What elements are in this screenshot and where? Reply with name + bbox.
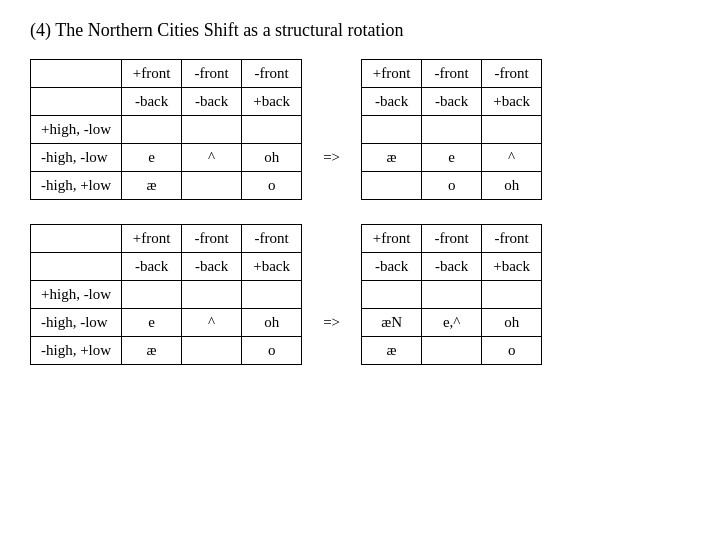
table-cell: ^ xyxy=(182,309,242,337)
table-cell: -high, +low xyxy=(31,172,122,200)
table-cell: o xyxy=(242,172,302,200)
table-cell: oh xyxy=(242,144,302,172)
table-cell xyxy=(422,116,482,144)
table-row: -high, +low æ o o oh xyxy=(31,172,542,200)
spacer-cell xyxy=(302,337,362,365)
table-cell: -high, -low xyxy=(31,309,122,337)
spacer-cell xyxy=(302,88,362,116)
table-cell xyxy=(242,116,302,144)
table-cell: e xyxy=(422,144,482,172)
table-cell: o xyxy=(422,172,482,200)
table-cell xyxy=(122,281,182,309)
table-cell: -front xyxy=(482,225,542,253)
table-cell: ^ xyxy=(182,144,242,172)
table-row: -back -back +back -back -back +back xyxy=(31,253,542,281)
table-cell: -back xyxy=(122,88,182,116)
table-cell: -front xyxy=(242,225,302,253)
table-cell: +back xyxy=(242,253,302,281)
table-row: -high, -low e ^ oh => æN e,^ oh xyxy=(31,309,542,337)
spacer-cell xyxy=(302,281,362,309)
arrow-cell: => xyxy=(302,309,362,337)
table-cell: e xyxy=(122,309,182,337)
table-cell: e,^ xyxy=(422,309,482,337)
table-cell: -back xyxy=(182,253,242,281)
table-cell xyxy=(31,88,122,116)
table-cell: oh xyxy=(482,309,542,337)
table-cell: æ xyxy=(122,172,182,200)
table-row: +front -front -front +front -front -fron… xyxy=(31,60,542,88)
table-cell xyxy=(31,60,122,88)
table-row: +front -front -front +front -front -fron… xyxy=(31,225,542,253)
table-row: -back -back +back -back -back +back xyxy=(31,88,542,116)
table-cell: -front xyxy=(182,225,242,253)
table-cell: oh xyxy=(482,172,542,200)
table2: +front -front -front +front -front -fron… xyxy=(30,224,542,365)
table-cell: o xyxy=(242,337,302,365)
table-cell xyxy=(362,116,422,144)
table-cell xyxy=(242,281,302,309)
table-cell: e xyxy=(122,144,182,172)
table-cell: ^ xyxy=(482,144,542,172)
table-cell: æN xyxy=(362,309,422,337)
table-cell: -front xyxy=(422,225,482,253)
table-cell: æ xyxy=(362,144,422,172)
table-cell xyxy=(362,172,422,200)
table-cell: -front xyxy=(482,60,542,88)
table-cell xyxy=(122,116,182,144)
table-cell xyxy=(482,116,542,144)
table-cell: oh xyxy=(242,309,302,337)
table-cell xyxy=(31,253,122,281)
spacer-cell xyxy=(302,253,362,281)
table-cell: o xyxy=(482,337,542,365)
table-cell: +front xyxy=(362,60,422,88)
table-cell xyxy=(182,116,242,144)
table-cell: +high, -low xyxy=(31,116,122,144)
spacer-cell xyxy=(302,172,362,200)
table-cell: +back xyxy=(482,253,542,281)
table-cell: -back xyxy=(422,253,482,281)
spacer-cell xyxy=(302,225,362,253)
table-cell: +back xyxy=(482,88,542,116)
table-cell xyxy=(482,281,542,309)
table-cell: -back xyxy=(422,88,482,116)
table-cell: -back xyxy=(182,88,242,116)
table-cell: -back xyxy=(362,88,422,116)
table-cell: +front xyxy=(122,60,182,88)
table-cell: -front xyxy=(242,60,302,88)
table-cell: -high, -low xyxy=(31,144,122,172)
table-cell: -front xyxy=(182,60,242,88)
table-cell xyxy=(182,281,242,309)
table-cell xyxy=(31,225,122,253)
table-cell: -back xyxy=(122,253,182,281)
spacer-cell xyxy=(302,60,362,88)
page-title: (4) The Northern Cities Shift as a struc… xyxy=(30,20,690,41)
table-row: +high, -low xyxy=(31,281,542,309)
table-cell xyxy=(362,281,422,309)
table-cell xyxy=(422,337,482,365)
table-row: +high, -low xyxy=(31,116,542,144)
table-cell: +front xyxy=(362,225,422,253)
table-cell: +back xyxy=(242,88,302,116)
table-cell: -high, +low xyxy=(31,337,122,365)
table-cell: æ xyxy=(122,337,182,365)
table-cell: -front xyxy=(422,60,482,88)
table2-wrapper: +front -front -front +front -front -fron… xyxy=(30,224,690,365)
table-row: -high, +low æ o æ o xyxy=(31,337,542,365)
table-cell xyxy=(182,337,242,365)
table1-wrapper: +front -front -front +front -front -fron… xyxy=(30,59,690,200)
table-cell xyxy=(422,281,482,309)
table1: +front -front -front +front -front -fron… xyxy=(30,59,542,200)
table-cell: +front xyxy=(122,225,182,253)
table-cell: æ xyxy=(362,337,422,365)
table-cell: -back xyxy=(362,253,422,281)
table-cell xyxy=(182,172,242,200)
table-row: -high, -low e ^ oh => æ e ^ xyxy=(31,144,542,172)
spacer-cell xyxy=(302,116,362,144)
arrow-cell: => xyxy=(302,144,362,172)
table-cell: +high, -low xyxy=(31,281,122,309)
